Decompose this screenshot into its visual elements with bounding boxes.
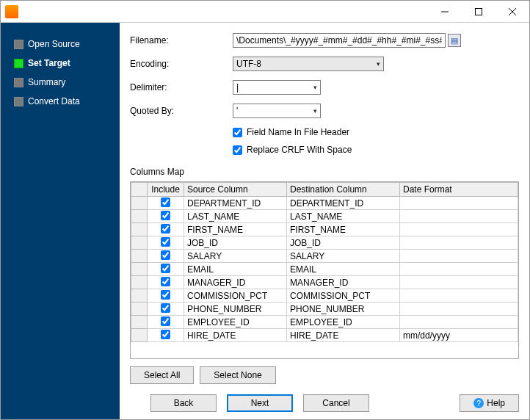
datefmt-cell[interactable]: [400, 289, 518, 303]
dest-cell[interactable]: EMAIL: [287, 263, 400, 276]
sidebar-item-label: Summary: [28, 77, 65, 87]
row-selector-header: [131, 183, 148, 197]
header-checkbox[interactable]: [233, 128, 242, 137]
encoding-label: Encoding:: [130, 59, 233, 69]
datefmt-cell[interactable]: [400, 303, 518, 316]
table-row[interactable]: PHONE_NUMBERPHONE_NUMBER: [131, 303, 518, 316]
dest-cell[interactable]: LAST_NAME: [287, 210, 400, 223]
crlf-checkbox[interactable]: [233, 145, 242, 155]
browse-button[interactable]: ▤: [448, 34, 461, 47]
source-cell[interactable]: DEPARTMENT_ID: [184, 197, 287, 210]
row-header[interactable]: [131, 329, 148, 342]
row-header[interactable]: [131, 236, 148, 250]
include-checkbox[interactable]: [161, 264, 170, 273]
dest-cell[interactable]: COMMISSION_PCT: [287, 289, 400, 303]
include-checkbox[interactable]: [161, 250, 170, 260]
dest-cell[interactable]: SALARY: [287, 250, 400, 263]
crlf-checkbox-label[interactable]: Replace CRLF With Space: [247, 145, 352, 155]
row-header[interactable]: [131, 210, 148, 223]
table-row[interactable]: EMPLOYEE_IDEMPLOYEE_ID: [131, 316, 518, 329]
dest-cell[interactable]: EMPLOYEE_ID: [287, 316, 400, 329]
columns-table[interactable]: Include Source Column Destination Column…: [130, 181, 519, 359]
dest-cell[interactable]: FIRST_NAME: [287, 223, 400, 236]
row-header[interactable]: [131, 197, 148, 210]
row-header[interactable]: [131, 276, 148, 289]
table-row[interactable]: COMMISSION_PCTCOMMISSION_PCT: [131, 289, 518, 303]
table-row[interactable]: EMAILEMAIL: [131, 263, 518, 276]
maximize-button[interactable]: [462, 1, 495, 23]
include-checkbox[interactable]: [161, 303, 170, 313]
datefmt-cell[interactable]: [400, 316, 518, 329]
row-header[interactable]: [131, 289, 148, 303]
minimize-button[interactable]: [428, 1, 462, 23]
row-header[interactable]: [131, 263, 148, 276]
source-cell[interactable]: LAST_NAME: [184, 210, 287, 223]
close-button[interactable]: [495, 1, 529, 23]
table-row[interactable]: SALARYSALARY: [131, 250, 518, 263]
dest-cell[interactable]: PHONE_NUMBER: [287, 303, 400, 316]
table-row[interactable]: LAST_NAMELAST_NAME: [131, 210, 518, 223]
cancel-button[interactable]: Cancel: [303, 394, 369, 412]
row-header[interactable]: [131, 303, 148, 316]
dest-cell[interactable]: DEPARTMENT_ID: [287, 197, 400, 210]
source-header[interactable]: Source Column: [184, 183, 287, 197]
source-cell[interactable]: MANAGER_ID: [184, 276, 287, 289]
table-row[interactable]: FIRST_NAMEFIRST_NAME: [131, 223, 518, 236]
table-row[interactable]: DEPARTMENT_IDDEPARTMENT_ID: [131, 197, 518, 210]
datefmt-cell[interactable]: [400, 236, 518, 250]
row-header[interactable]: [131, 316, 148, 329]
include-checkbox[interactable]: [161, 316, 170, 326]
dest-cell[interactable]: MANAGER_ID: [287, 276, 400, 289]
row-header[interactable]: [131, 223, 148, 236]
include-checkbox[interactable]: [161, 198, 170, 207]
datefmt-cell[interactable]: [400, 276, 518, 289]
filename-input[interactable]: [233, 33, 446, 48]
source-cell[interactable]: SALARY: [184, 250, 287, 263]
select-all-button[interactable]: Select All: [130, 366, 194, 384]
include-checkbox[interactable]: [161, 277, 170, 286]
delimiter-select[interactable]: | ▾: [233, 80, 321, 95]
sidebar-item-convert-data[interactable]: Convert Data: [1, 92, 120, 111]
source-cell[interactable]: COMMISSION_PCT: [184, 289, 287, 303]
maximize-icon: [475, 8, 482, 15]
step-status-icon: [14, 59, 23, 68]
source-cell[interactable]: PHONE_NUMBER: [184, 303, 287, 316]
row-header[interactable]: [131, 250, 148, 263]
include-checkbox[interactable]: [161, 290, 170, 300]
include-checkbox[interactable]: [161, 330, 170, 339]
include-checkbox[interactable]: [161, 211, 170, 220]
include-checkbox[interactable]: [161, 224, 170, 233]
datefmt-header[interactable]: Date Format: [400, 183, 518, 197]
help-button[interactable]: ? Help: [460, 394, 519, 412]
table-row[interactable]: HIRE_DATEHIRE_DATEmm/dd/yyyy: [131, 329, 518, 342]
source-cell[interactable]: EMPLOYEE_ID: [184, 316, 287, 329]
chevron-down-icon: ▾: [313, 107, 317, 115]
datefmt-cell[interactable]: mm/dd/yyyy: [400, 329, 518, 342]
sidebar-item-summary[interactable]: Summary: [1, 73, 120, 92]
dest-cell[interactable]: JOB_ID: [287, 236, 400, 250]
datefmt-cell[interactable]: [400, 197, 518, 210]
dest-cell[interactable]: HIRE_DATE: [287, 329, 400, 342]
table-row[interactable]: JOB_IDJOB_ID: [131, 236, 518, 250]
select-none-button[interactable]: Select None: [200, 366, 275, 384]
sidebar-item-set-target[interactable]: Set Target: [1, 54, 120, 73]
next-button[interactable]: Next: [227, 394, 293, 412]
include-header[interactable]: Include: [148, 183, 184, 197]
source-cell[interactable]: JOB_ID: [184, 236, 287, 250]
encoding-value: UTF-8: [236, 59, 261, 69]
sidebar-item-open-source[interactable]: Open Source: [1, 35, 120, 54]
quotedby-select[interactable]: ' ▾: [233, 104, 321, 118]
encoding-select[interactable]: UTF-8 ▾: [233, 57, 384, 71]
datefmt-cell[interactable]: [400, 263, 518, 276]
datefmt-cell[interactable]: [400, 223, 518, 236]
source-cell[interactable]: FIRST_NAME: [184, 223, 287, 236]
header-checkbox-label[interactable]: Field Name In File Header: [247, 127, 349, 137]
source-cell[interactable]: EMAIL: [184, 263, 287, 276]
dest-header[interactable]: Destination Column: [287, 183, 400, 197]
back-button[interactable]: Back: [150, 394, 217, 412]
include-checkbox[interactable]: [161, 237, 170, 247]
table-row[interactable]: MANAGER_IDMANAGER_ID: [131, 276, 518, 289]
datefmt-cell[interactable]: [400, 250, 518, 263]
datefmt-cell[interactable]: [400, 210, 518, 223]
source-cell[interactable]: HIRE_DATE: [184, 329, 287, 342]
